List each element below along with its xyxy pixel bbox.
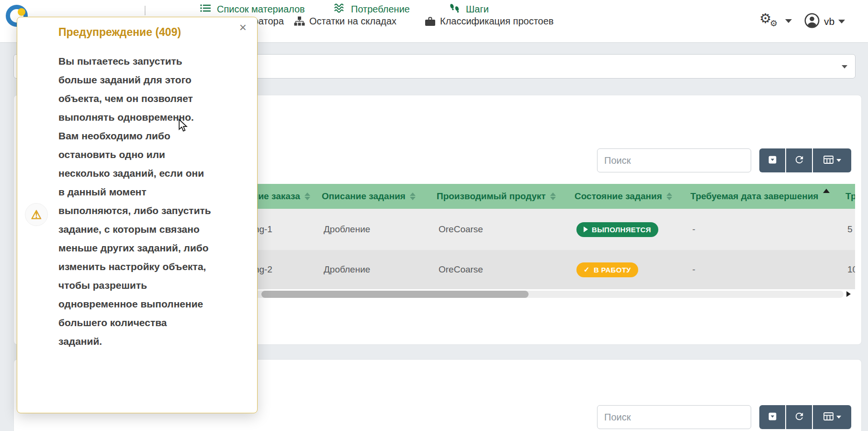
- details-search-input[interactable]: [597, 405, 751, 429]
- sort-icon: [666, 193, 672, 200]
- tab-label: Шаги: [466, 4, 489, 15]
- columns-button[interactable]: [813, 405, 851, 429]
- details-toolbar: [759, 405, 851, 429]
- sort-icon: [550, 193, 556, 200]
- columns-chevron-down-icon: [836, 416, 841, 419]
- user-menu[interactable]: vb: [804, 12, 845, 31]
- table-column-task-state[interactable]: Состояние задания: [568, 184, 684, 209]
- column-label: Состояние задания: [575, 191, 662, 202]
- refresh-icon: [794, 411, 805, 423]
- columns-chevron-down-icon: [836, 159, 841, 162]
- status-badge-to-work: ✓ В РАБОТУ: [576, 262, 638, 277]
- briefcase-icon: [425, 16, 436, 26]
- tasks-search-input[interactable]: [597, 148, 751, 172]
- cell-product: OreCoarse: [430, 209, 568, 250]
- settings-chevron-down-icon[interactable]: [785, 19, 792, 23]
- tab-steps[interactable]: Шаги: [449, 0, 489, 18]
- table-icon: [823, 156, 834, 165]
- user-circle-icon: [804, 12, 820, 31]
- brand-divider: [145, 6, 146, 15]
- warning-message: Вы пытаетесь запустить больше заданий дл…: [58, 52, 212, 351]
- select-chevron-down-icon: [842, 65, 847, 68]
- gear-small-icon: ⚙: [770, 18, 778, 29]
- cell-task-state: ✓ В РАБОТУ: [568, 250, 684, 289]
- refresh-icon: [794, 154, 805, 167]
- column-label: Требуемая дата завершения: [690, 191, 818, 202]
- user-name-label: vb: [824, 16, 834, 27]
- settings-menu[interactable]: ⚙ ⚙: [759, 11, 781, 32]
- cell-due-date: -: [684, 209, 839, 250]
- cell-due-date: -: [684, 250, 839, 289]
- mouse-cursor: [177, 119, 189, 134]
- sort-ascending-icon: [823, 189, 830, 193]
- column-label: Требуемое количество: [845, 191, 855, 202]
- nav-item-downtime-classification[interactable]: Классификация простоев: [425, 0, 553, 42]
- tab-label: Список материалов: [217, 4, 305, 15]
- warning-title: Предупреждение (409): [58, 26, 181, 39]
- warning-popup: Предупреждение (409) × ⚠ Вы пытаетесь за…: [17, 17, 258, 413]
- footsteps-icon: [449, 3, 461, 16]
- collapse-icon: [767, 155, 778, 166]
- user-chevron-down-icon: [838, 20, 845, 23]
- scrollbar-thumb[interactable]: [261, 291, 529, 298]
- refresh-button[interactable]: [786, 405, 812, 429]
- close-icon[interactable]: ×: [239, 21, 247, 34]
- play-icon: [584, 227, 588, 232]
- check-icon: ✓: [584, 265, 590, 274]
- collapse-icon: [767, 411, 778, 423]
- columns-button[interactable]: [813, 148, 851, 172]
- table-column-quantity[interactable]: Требуемое количество: [839, 184, 855, 209]
- table-column-product[interactable]: Производимый продукт: [430, 184, 568, 209]
- cell-task-description: Дробление: [315, 250, 430, 289]
- column-label: Производимый продукт: [437, 191, 546, 202]
- tab-label: Потребление: [351, 4, 410, 15]
- sort-icon: [304, 193, 310, 200]
- column-label: Описание задания: [322, 191, 406, 202]
- cell-quantity: 5: [839, 209, 855, 250]
- collapse-rows-button[interactable]: [759, 405, 785, 429]
- logo-accent: [18, 8, 25, 16]
- status-badge-running: ВЫПОЛНЯЕТСЯ: [576, 222, 658, 237]
- list-icon: [200, 3, 212, 15]
- tab-consumption[interactable]: Потребление: [334, 0, 410, 18]
- tasks-toolbar: [759, 148, 851, 172]
- cell-task-state: ВЫПОЛНЯЕТСЯ: [568, 209, 684, 250]
- scroll-right-icon[interactable]: [846, 291, 851, 297]
- refresh-button[interactable]: [786, 148, 812, 172]
- collapse-rows-button[interactable]: [759, 148, 785, 172]
- table-icon: [823, 412, 834, 422]
- app-root: Задания оператора Остатки на складах: [0, 0, 868, 431]
- tab-materials-list[interactable]: Список материалов: [200, 0, 305, 18]
- warning-triangle-icon: ⚠: [25, 203, 48, 226]
- cell-task-description: Дробление: [315, 209, 430, 250]
- table-column-task-description[interactable]: Описание задания: [315, 184, 430, 209]
- waves-icon: [334, 3, 346, 15]
- cell-product: OreCoarse: [430, 250, 568, 289]
- sort-icon: [410, 193, 416, 200]
- cell-quantity: 10: [839, 250, 855, 289]
- table-column-due-date[interactable]: Требуемая дата завершения: [684, 184, 839, 209]
